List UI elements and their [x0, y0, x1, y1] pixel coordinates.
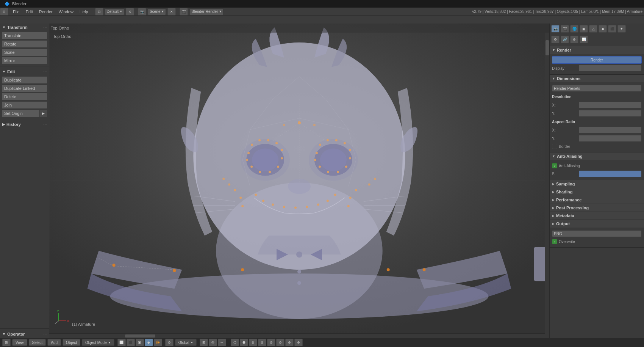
output-section-header[interactable]: ▶ Output — [550, 220, 644, 228]
scene-dropdown-icon[interactable]: ▼ — [161, 10, 164, 13]
snap-icon[interactable]: ⊞ — [200, 339, 208, 346]
proportional-icon[interactable]: ◎ — [209, 339, 217, 346]
svg-point-44 — [327, 199, 329, 202]
rp-scene-icon[interactable]: 🎬 — [561, 25, 569, 33]
overlay-icon-4[interactable]: ⊗ — [258, 339, 266, 346]
translate-button[interactable]: Translate — [2, 32, 47, 39]
overlay-icon-1[interactable]: ⬡ — [231, 339, 239, 346]
set-origin-button[interactable]: Set Origin — [2, 110, 40, 117]
transform-title: Transform — [7, 25, 28, 30]
menu-render[interactable]: Render — [36, 8, 56, 16]
svg-point-49 — [355, 189, 357, 191]
object-btn[interactable]: Object — [63, 339, 80, 346]
operator-section-header[interactable]: ▼ Operator ··· — [0, 330, 49, 338]
menu-window[interactable]: Window — [56, 8, 77, 16]
border-checkbox[interactable] — [552, 144, 557, 149]
edit-dots: ··· — [44, 70, 47, 74]
vp-texture-icon[interactable]: ▣ — [136, 339, 144, 346]
aa-s-field[interactable] — [578, 170, 642, 177]
rp-constraints-icon[interactable]: 🔗 — [561, 36, 569, 43]
post-processing-section-header[interactable]: ▶ Post Processing — [550, 204, 644, 212]
resolution-row: Resolution — [552, 93, 642, 100]
duplicate-linked-button[interactable]: Duplicate Linked — [2, 85, 47, 92]
mirror-button[interactable]: Mirror — [2, 57, 47, 64]
rotate-button[interactable]: Rotate — [2, 40, 47, 48]
output-format-field[interactable]: PNG — [552, 230, 642, 237]
menu-edit[interactable]: Edit — [23, 8, 36, 16]
mirror-icon[interactable]: ⇔ — [218, 339, 226, 346]
view-btn[interactable]: View — [12, 339, 27, 346]
delete-button[interactable]: Delete — [2, 93, 47, 100]
sampling-section-header[interactable]: ▶ Sampling — [550, 180, 644, 188]
add-btn[interactable]: Add — [47, 339, 61, 346]
global-local-btn[interactable]: Global ▼ — [175, 339, 197, 346]
viewport-scrollbar-bottom[interactable] — [49, 333, 545, 338]
aspect-x-row: X: — [552, 126, 642, 134]
menu-help[interactable]: Help — [77, 8, 91, 16]
render-section-header[interactable]: ▼ Render — [550, 46, 644, 54]
overwrite-checkbox[interactable]: ✓ — [552, 239, 557, 244]
join-button[interactable]: Join — [2, 101, 47, 109]
res-y-field[interactable] — [578, 110, 642, 117]
aa-section-header[interactable]: ▼ Anti-Aliasing — [550, 152, 644, 160]
aa-checkbox[interactable]: ✓ — [552, 163, 557, 168]
edit-section-header[interactable]: ▼ Edit ··· — [0, 68, 49, 75]
overlay-icon-8[interactable]: ⊛ — [294, 339, 303, 346]
performance-section-header[interactable]: ▶ Performance — [550, 196, 644, 204]
overlay-icon-2[interactable]: ⬢ — [240, 339, 248, 346]
rp-texture-icon[interactable]: ⬛ — [608, 25, 616, 33]
dimensions-section-header[interactable]: ▼ Dimensions — [550, 75, 644, 82]
display-field[interactable] — [578, 65, 642, 72]
rp-modifiers-icon[interactable]: ⊕ — [570, 36, 578, 43]
display-label: Display — [552, 66, 578, 71]
scene-toggle-btn[interactable]: ✕ — [167, 8, 176, 16]
duplicate-button[interactable]: Duplicate — [2, 76, 47, 84]
aspect-x-field[interactable] — [578, 127, 642, 133]
vp-solid-icon[interactable]: ⬛ — [127, 339, 135, 346]
vp-material-icon[interactable]: ◆ — [145, 339, 153, 346]
viewport[interactable]: Top Ortho Top Ortho X Y (1) Armature — [49, 24, 549, 338]
rp-object-icon[interactable]: ▣ — [580, 25, 588, 33]
rp-particles-icon[interactable]: ✦ — [617, 25, 626, 33]
rp-world-icon[interactable]: 🌐 — [570, 25, 578, 33]
mode-dropdown-icon[interactable]: ▼ — [119, 10, 122, 13]
mode-toggle-btn[interactable]: ✕ — [126, 8, 134, 16]
shading-section-header[interactable]: ▶ Shading — [550, 188, 644, 196]
overlay-icon-3[interactable]: ⊕ — [249, 339, 257, 346]
rp-material-icon[interactable]: ◆ — [599, 25, 607, 33]
set-origin-dropdown-btn[interactable]: ▶ — [40, 110, 47, 117]
rp-data-icon[interactable]: 📊 — [580, 36, 588, 43]
bottom-editor-type-btn[interactable]: ⊞ — [2, 339, 11, 346]
history-section-header[interactable]: ▶ History ··· — [0, 121, 49, 128]
vp-wire-icon[interactable]: ⬜ — [117, 339, 126, 346]
viewport-shading-btn[interactable]: ⊡ — [95, 8, 103, 16]
render-engine-dropdown-icon[interactable]: ▼ — [219, 10, 222, 13]
aa-section-title: Anti-Aliasing — [557, 154, 583, 159]
svg-point-10 — [251, 144, 253, 146]
metadata-section-header[interactable]: ▶ Metadata — [550, 212, 644, 220]
svg-point-14 — [281, 149, 283, 151]
editor-type-btn[interactable]: ⊞ — [0, 8, 8, 16]
rp-mesh-icon[interactable]: △ — [589, 25, 597, 33]
render-preset-field[interactable]: Render Presets — [552, 85, 642, 92]
rp-physics-icon[interactable]: ⚙ — [551, 36, 560, 43]
select-btn[interactable]: Select — [29, 339, 46, 346]
rp-camera-icon[interactable]: 📷 — [551, 25, 560, 33]
viewport-scrollbar-right[interactable] — [545, 33, 549, 338]
pivot-btn[interactable]: ⊙ — [165, 339, 174, 346]
left-panel: ▼ Transform ··· Translate Rotate Scale M… — [0, 24, 49, 338]
menu-file[interactable]: File — [10, 8, 23, 16]
transform-section-header[interactable]: ▼ Transform ··· — [0, 24, 49, 31]
viewport-label: Top Ortho — [51, 26, 69, 30]
overlay-icon-6[interactable]: ⊙ — [276, 339, 284, 346]
render-section-arrow: ▼ — [552, 48, 555, 52]
overlay-icon-5[interactable]: ⊘ — [267, 339, 275, 346]
res-x-field[interactable] — [578, 102, 642, 108]
aspect-y-field[interactable] — [578, 135, 642, 142]
mode-selector-btn[interactable]: Object Mode ▼ — [82, 339, 114, 346]
vp-render-icon[interactable]: 🔆 — [154, 339, 162, 346]
scale-button[interactable]: Scale — [2, 49, 47, 56]
info-stats: v2.79 | Verts:18,802 | Faces:28,961 | Tr… — [472, 9, 642, 14]
overlay-icon-7[interactable]: ⊚ — [285, 339, 294, 346]
render-button[interactable]: Render — [552, 56, 642, 64]
